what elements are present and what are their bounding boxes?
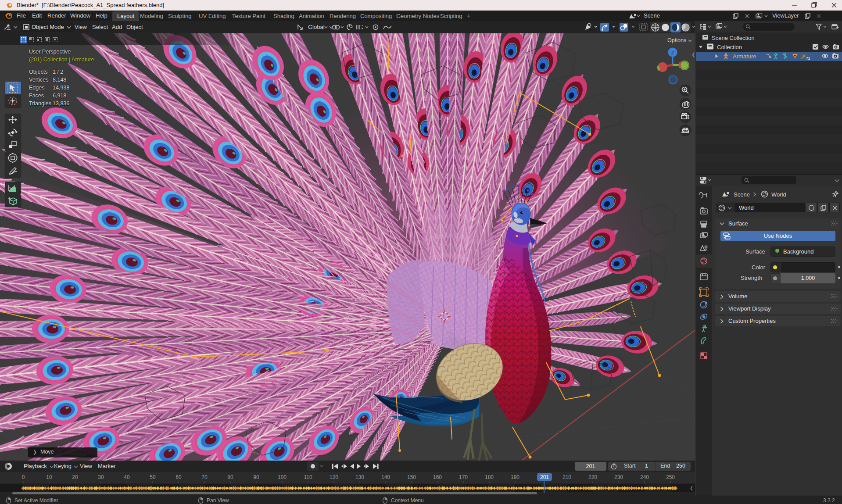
svg-text:220: 220	[588, 474, 597, 480]
svg-text:60: 60	[176, 474, 182, 480]
svg-text:240: 240	[640, 474, 649, 480]
svg-text:230: 230	[614, 474, 623, 480]
svg-text:110: 110	[304, 474, 312, 480]
svg-text:100: 100	[278, 474, 287, 480]
svg-text:90: 90	[253, 474, 259, 480]
svg-text:160: 160	[433, 474, 442, 480]
svg-text:210: 210	[563, 474, 571, 480]
svg-text:10: 10	[46, 474, 52, 480]
svg-text:20: 20	[72, 474, 78, 480]
svg-text:30: 30	[98, 474, 104, 480]
svg-text:40: 40	[124, 474, 130, 480]
svg-text:250: 250	[666, 474, 675, 480]
svg-text:80: 80	[227, 474, 233, 480]
svg-text:Z: Z	[671, 50, 674, 55]
svg-text:190: 190	[511, 474, 520, 480]
svg-text:70: 70	[201, 474, 208, 480]
svg-text:130: 130	[355, 474, 364, 480]
svg-text:170: 170	[459, 474, 468, 480]
svg-text:50: 50	[150, 474, 156, 480]
svg-text:150: 150	[407, 474, 416, 480]
svg-text:120: 120	[330, 474, 338, 480]
svg-text:180: 180	[485, 474, 494, 480]
svg-text:0: 0	[22, 474, 25, 480]
svg-text:140: 140	[381, 474, 390, 480]
svg-text:72: 72	[806, 56, 810, 61]
svg-text:201: 201	[540, 474, 549, 480]
